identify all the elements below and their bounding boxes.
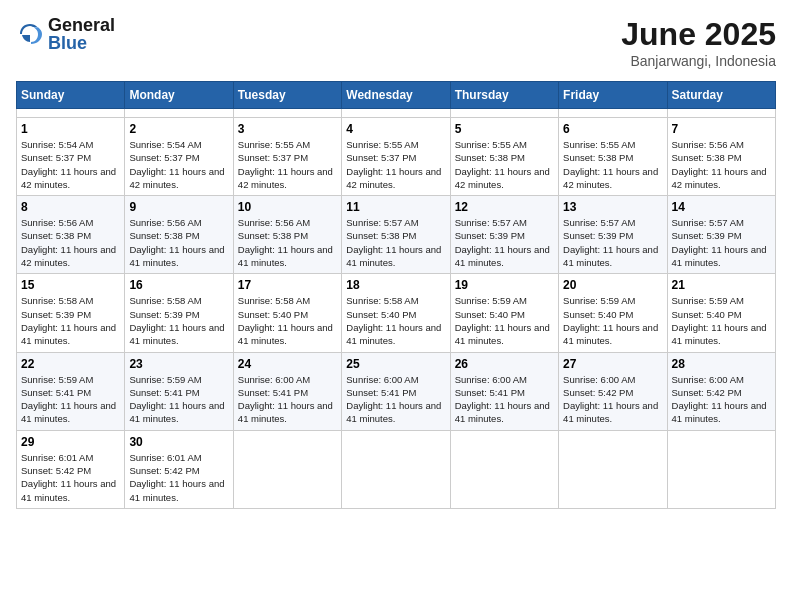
day-number: 26: [455, 357, 554, 371]
day-number: 19: [455, 278, 554, 292]
logo: General Blue: [16, 16, 115, 52]
day-number: 21: [672, 278, 771, 292]
day-cell: [17, 109, 125, 118]
week-row-5: 29Sunrise: 6:01 AMSunset: 5:42 PMDayligh…: [17, 430, 776, 508]
day-cell: 17Sunrise: 5:58 AMSunset: 5:40 PMDayligh…: [233, 274, 341, 352]
logo-icon: [16, 20, 44, 48]
day-cell: [233, 430, 341, 508]
day-info: Sunrise: 5:59 AMSunset: 5:41 PMDaylight:…: [21, 373, 120, 426]
header-row: SundayMondayTuesdayWednesdayThursdayFrid…: [17, 82, 776, 109]
day-info: Sunrise: 5:57 AMSunset: 5:39 PMDaylight:…: [455, 216, 554, 269]
week-row-1: 1Sunrise: 5:54 AMSunset: 5:37 PMDaylight…: [17, 118, 776, 196]
day-info: Sunrise: 5:59 AMSunset: 5:40 PMDaylight:…: [563, 294, 662, 347]
day-info: Sunrise: 5:54 AMSunset: 5:37 PMDaylight:…: [129, 138, 228, 191]
day-cell: 26Sunrise: 6:00 AMSunset: 5:41 PMDayligh…: [450, 352, 558, 430]
day-info: Sunrise: 5:56 AMSunset: 5:38 PMDaylight:…: [21, 216, 120, 269]
day-cell: [667, 430, 775, 508]
day-info: Sunrise: 5:56 AMSunset: 5:38 PMDaylight:…: [129, 216, 228, 269]
day-cell: 23Sunrise: 5:59 AMSunset: 5:41 PMDayligh…: [125, 352, 233, 430]
day-cell: 16Sunrise: 5:58 AMSunset: 5:39 PMDayligh…: [125, 274, 233, 352]
day-info: Sunrise: 6:00 AMSunset: 5:41 PMDaylight:…: [346, 373, 445, 426]
day-cell: 22Sunrise: 5:59 AMSunset: 5:41 PMDayligh…: [17, 352, 125, 430]
day-cell: [342, 109, 450, 118]
day-cell: [233, 109, 341, 118]
week-row-2: 8Sunrise: 5:56 AMSunset: 5:38 PMDaylight…: [17, 196, 776, 274]
day-info: Sunrise: 6:00 AMSunset: 5:42 PMDaylight:…: [563, 373, 662, 426]
day-cell: 30Sunrise: 6:01 AMSunset: 5:42 PMDayligh…: [125, 430, 233, 508]
day-cell: [125, 109, 233, 118]
day-number: 23: [129, 357, 228, 371]
day-number: 5: [455, 122, 554, 136]
day-number: 9: [129, 200, 228, 214]
header-cell-tuesday: Tuesday: [233, 82, 341, 109]
day-cell: 1Sunrise: 5:54 AMSunset: 5:37 PMDaylight…: [17, 118, 125, 196]
day-cell: 14Sunrise: 5:57 AMSunset: 5:39 PMDayligh…: [667, 196, 775, 274]
day-number: 4: [346, 122, 445, 136]
calendar-subtitle: Banjarwangi, Indonesia: [621, 53, 776, 69]
day-cell: [559, 430, 667, 508]
day-info: Sunrise: 6:00 AMSunset: 5:42 PMDaylight:…: [672, 373, 771, 426]
day-number: 15: [21, 278, 120, 292]
logo-general: General: [48, 16, 115, 34]
day-info: Sunrise: 5:57 AMSunset: 5:39 PMDaylight:…: [563, 216, 662, 269]
header-cell-thursday: Thursday: [450, 82, 558, 109]
day-cell: [450, 430, 558, 508]
calendar-title: June 2025: [621, 16, 776, 53]
logo-blue: Blue: [48, 34, 115, 52]
day-info: Sunrise: 5:55 AMSunset: 5:37 PMDaylight:…: [238, 138, 337, 191]
day-info: Sunrise: 6:00 AMSunset: 5:41 PMDaylight:…: [455, 373, 554, 426]
day-number: 27: [563, 357, 662, 371]
day-number: 14: [672, 200, 771, 214]
day-cell: 29Sunrise: 6:01 AMSunset: 5:42 PMDayligh…: [17, 430, 125, 508]
logo-text: General Blue: [48, 16, 115, 52]
day-info: Sunrise: 5:58 AMSunset: 5:39 PMDaylight:…: [21, 294, 120, 347]
day-number: 1: [21, 122, 120, 136]
header-cell-sunday: Sunday: [17, 82, 125, 109]
day-info: Sunrise: 5:55 AMSunset: 5:38 PMDaylight:…: [455, 138, 554, 191]
day-info: Sunrise: 5:54 AMSunset: 5:37 PMDaylight:…: [21, 138, 120, 191]
day-number: 13: [563, 200, 662, 214]
day-number: 6: [563, 122, 662, 136]
day-cell: 28Sunrise: 6:00 AMSunset: 5:42 PMDayligh…: [667, 352, 775, 430]
header-cell-saturday: Saturday: [667, 82, 775, 109]
week-row-4: 22Sunrise: 5:59 AMSunset: 5:41 PMDayligh…: [17, 352, 776, 430]
day-number: 10: [238, 200, 337, 214]
day-cell: 20Sunrise: 5:59 AMSunset: 5:40 PMDayligh…: [559, 274, 667, 352]
day-number: 22: [21, 357, 120, 371]
day-info: Sunrise: 6:01 AMSunset: 5:42 PMDaylight:…: [129, 451, 228, 504]
day-info: Sunrise: 6:00 AMSunset: 5:41 PMDaylight:…: [238, 373, 337, 426]
day-number: 18: [346, 278, 445, 292]
day-cell: 6Sunrise: 5:55 AMSunset: 5:38 PMDaylight…: [559, 118, 667, 196]
header-cell-monday: Monday: [125, 82, 233, 109]
day-cell: [342, 430, 450, 508]
day-info: Sunrise: 5:55 AMSunset: 5:38 PMDaylight:…: [563, 138, 662, 191]
day-cell: [450, 109, 558, 118]
day-cell: 2Sunrise: 5:54 AMSunset: 5:37 PMDaylight…: [125, 118, 233, 196]
day-number: 7: [672, 122, 771, 136]
day-cell: 11Sunrise: 5:57 AMSunset: 5:38 PMDayligh…: [342, 196, 450, 274]
day-cell: 9Sunrise: 5:56 AMSunset: 5:38 PMDaylight…: [125, 196, 233, 274]
day-number: 30: [129, 435, 228, 449]
day-cell: 13Sunrise: 5:57 AMSunset: 5:39 PMDayligh…: [559, 196, 667, 274]
day-info: Sunrise: 5:57 AMSunset: 5:38 PMDaylight:…: [346, 216, 445, 269]
day-cell: 12Sunrise: 5:57 AMSunset: 5:39 PMDayligh…: [450, 196, 558, 274]
day-cell: 8Sunrise: 5:56 AMSunset: 5:38 PMDaylight…: [17, 196, 125, 274]
week-row-3: 15Sunrise: 5:58 AMSunset: 5:39 PMDayligh…: [17, 274, 776, 352]
day-info: Sunrise: 5:58 AMSunset: 5:39 PMDaylight:…: [129, 294, 228, 347]
day-number: 11: [346, 200, 445, 214]
day-cell: 27Sunrise: 6:00 AMSunset: 5:42 PMDayligh…: [559, 352, 667, 430]
day-info: Sunrise: 5:58 AMSunset: 5:40 PMDaylight:…: [238, 294, 337, 347]
day-info: Sunrise: 6:01 AMSunset: 5:42 PMDaylight:…: [21, 451, 120, 504]
header-cell-wednesday: Wednesday: [342, 82, 450, 109]
day-cell: 19Sunrise: 5:59 AMSunset: 5:40 PMDayligh…: [450, 274, 558, 352]
day-cell: 7Sunrise: 5:56 AMSunset: 5:38 PMDaylight…: [667, 118, 775, 196]
page-header: General Blue June 2025 Banjarwangi, Indo…: [16, 16, 776, 69]
day-number: 28: [672, 357, 771, 371]
day-info: Sunrise: 5:59 AMSunset: 5:41 PMDaylight:…: [129, 373, 228, 426]
day-number: 2: [129, 122, 228, 136]
day-cell: 3Sunrise: 5:55 AMSunset: 5:37 PMDaylight…: [233, 118, 341, 196]
day-cell: 15Sunrise: 5:58 AMSunset: 5:39 PMDayligh…: [17, 274, 125, 352]
week-row-0: [17, 109, 776, 118]
day-number: 17: [238, 278, 337, 292]
day-cell: 25Sunrise: 6:00 AMSunset: 5:41 PMDayligh…: [342, 352, 450, 430]
